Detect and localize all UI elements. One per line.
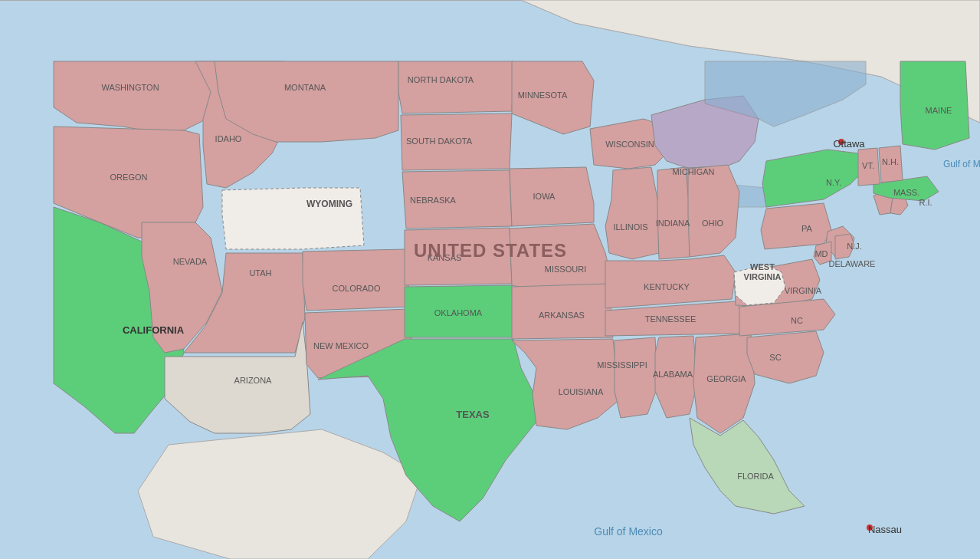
svg-text:UNITED STATES: UNITED STATES (414, 240, 567, 261)
svg-text:Gulf of Mai: Gulf of Mai (943, 159, 980, 169)
map-container: WASHINGTON OREGON CALIFORNIA NEVADA IDAH… (0, 0, 980, 559)
svg-text:Gulf of Mexico: Gulf of Mexico (594, 525, 663, 538)
svg-text:Ottawa: Ottawa (833, 138, 865, 150)
svg-text:Nassau: Nassau (868, 524, 902, 535)
